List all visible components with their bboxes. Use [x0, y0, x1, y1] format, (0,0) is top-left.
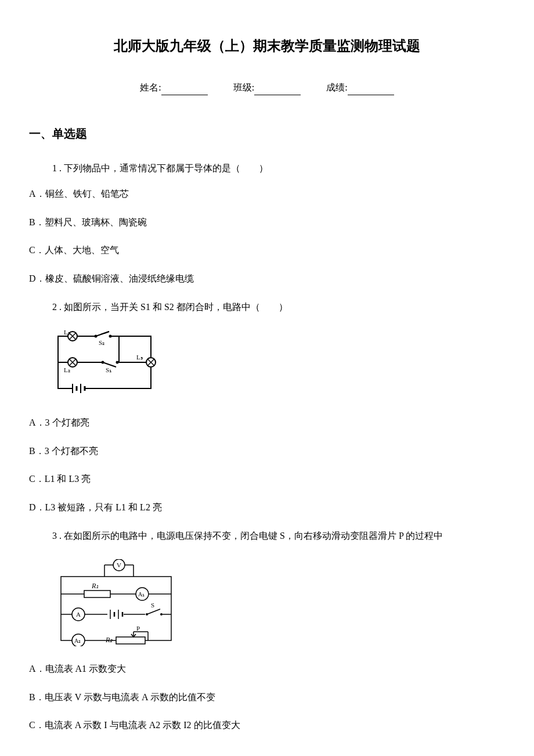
section-1-title: 一、单选题: [29, 124, 505, 143]
label-a1: A₁: [138, 591, 145, 597]
label-p: P: [136, 625, 140, 632]
q3-stem: 3 . 在如图所示的电路中，电源电压保持不变，闭合电键 S，向右移动滑动变阻器滑…: [29, 528, 505, 545]
label-l1: L₁: [64, 330, 70, 336]
class-blank[interactable]: [254, 85, 301, 95]
score-blank[interactable]: [348, 85, 394, 95]
name-label: 姓名:: [140, 82, 161, 92]
q2-option-a: A．3 个灯都亮: [29, 415, 505, 431]
q3-option-c: C．电流表 A 示数 I 与电流表 A2 示数 I2 的比值变大: [29, 717, 505, 734]
score-label: 成绩:: [326, 82, 347, 92]
exam-title: 北师大版九年级（上）期末教学质量监测物理试题: [29, 35, 505, 57]
label-s2: S₂: [99, 339, 104, 346]
label-s: S: [151, 602, 154, 609]
label-l3: L₃: [136, 354, 143, 361]
svg-point-18: [116, 361, 119, 363]
q2-option-b: B．3 个灯都不亮: [29, 443, 505, 460]
label-a: A: [76, 611, 81, 618]
q1-option-c: C．人体、大地、空气: [29, 242, 505, 259]
q1-option-d: D．橡皮、硫酸铜溶液、油浸纸绝缘电缆: [29, 271, 505, 287]
name-blank[interactable]: [161, 85, 208, 95]
label-l2: L₂: [64, 366, 70, 373]
q3-option-b: B．电压表 V 示数与电流表 A 示数的比值不变: [29, 689, 505, 706]
svg-rect-41: [107, 610, 124, 618]
svg-point-10: [109, 334, 112, 337]
q3-circuit-diagram: V R₁ A₁ A S A₂ R₂: [52, 559, 505, 646]
svg-rect-37: [84, 591, 110, 597]
q2-option-d: D．L3 被短路，只有 L1 和 L2 亮: [29, 499, 505, 516]
label-r1: R₁: [91, 582, 99, 590]
q3-option-a: A．电流表 A1 示数变大: [29, 661, 505, 678]
label-s1: S₁: [106, 366, 111, 373]
svg-rect-51: [116, 637, 145, 644]
student-info-line: 姓名: 班级: 成绩:: [29, 80, 505, 95]
label-r2: R₂: [105, 636, 113, 644]
q1-option-b: B．塑料尺、玻璃杯、陶瓷碗: [29, 214, 505, 231]
q2-circuit-diagram: L₁ S₂ L₂ S₁ L₃: [52, 330, 505, 400]
class-label: 班级:: [233, 82, 254, 92]
q2-option-c: C．L1 和 L3 亮: [29, 471, 505, 488]
q1-stem: 1 . 下列物品中，通常情况下都属于导体的是（ ）: [29, 160, 505, 177]
label-a2: A₂: [74, 638, 81, 644]
q2-stem: 2 . 如图所示，当开关 S1 和 S2 都闭合时，电路中（ ）: [29, 299, 505, 316]
label-v: V: [117, 561, 121, 568]
svg-point-48: [160, 613, 163, 615]
q1-option-a: A．铜丝、铁钉、铅笔芯: [29, 186, 505, 203]
